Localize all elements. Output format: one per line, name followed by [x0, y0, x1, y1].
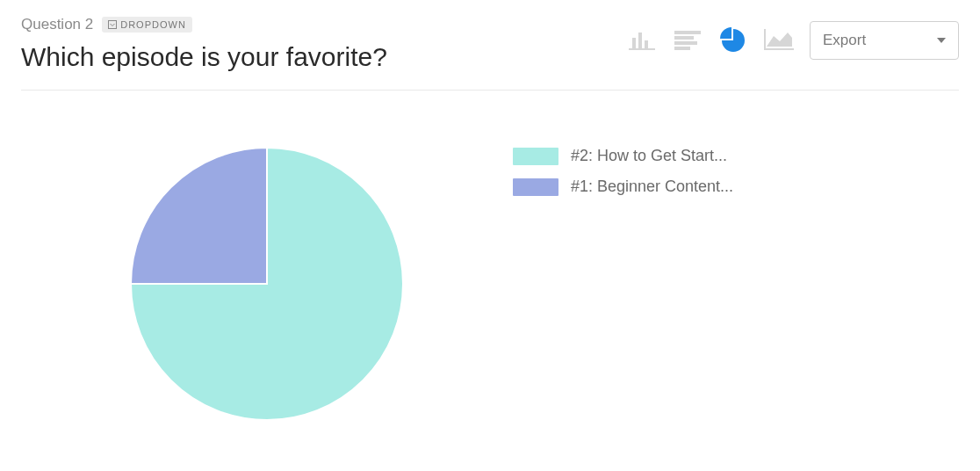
svg-rect-6 [674, 36, 694, 40]
svg-rect-1 [632, 38, 636, 48]
question-meta: Question 2 DROPDOWN [21, 16, 627, 33]
svg-rect-7 [674, 41, 697, 45]
question-header: Question 2 DROPDOWN Which episode is you… [21, 16, 959, 72]
legend-item[interactable]: #1: Beginner Content... [513, 178, 733, 196]
pie-slice[interactable] [131, 148, 267, 284]
question-type-badge: DROPDOWN [102, 17, 192, 33]
header-right: Export [627, 16, 959, 60]
bar-chart-icon[interactable] [627, 25, 657, 55]
question-type-label: DROPDOWN [120, 19, 186, 30]
svg-rect-10 [764, 48, 794, 50]
legend-label: #2: How to Get Start... [571, 147, 727, 165]
pie-chart-icon[interactable] [718, 25, 748, 55]
pie-chart [126, 143, 407, 424]
horizontal-bar-chart-icon[interactable] [673, 25, 703, 55]
legend-item[interactable]: #2: How to Get Start... [513, 147, 733, 165]
header-left: Question 2 DROPDOWN Which episode is you… [21, 16, 627, 72]
svg-rect-9 [764, 29, 766, 50]
legend-swatch [513, 148, 558, 165]
svg-rect-2 [638, 33, 642, 48]
question-title: Which episode is your favorite? [21, 42, 627, 72]
chart-type-toggle-group [627, 25, 794, 55]
svg-rect-0 [109, 21, 117, 29]
question-number: Question 2 [21, 16, 93, 33]
export-dropdown[interactable]: Export [810, 21, 959, 60]
chart-area: #2: How to Get Start...#1: Beginner Cont… [21, 91, 959, 424]
chart-legend: #2: How to Get Start...#1: Beginner Cont… [513, 143, 733, 208]
svg-rect-3 [645, 40, 648, 48]
legend-label: #1: Beginner Content... [571, 178, 733, 196]
svg-rect-5 [674, 31, 701, 34]
svg-rect-4 [629, 48, 655, 50]
chevron-down-icon [937, 38, 946, 43]
pie-chart-container [21, 143, 513, 424]
export-label: Export [823, 32, 866, 49]
dropdown-icon [108, 20, 117, 29]
area-chart-icon[interactable] [764, 25, 794, 55]
svg-rect-8 [674, 47, 690, 50]
legend-swatch [513, 178, 558, 196]
